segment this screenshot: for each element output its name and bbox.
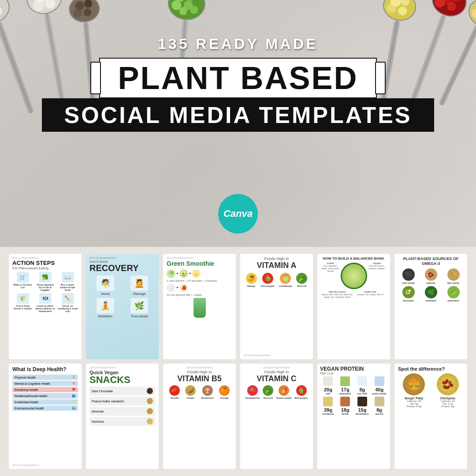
protein-item: 8g soy milk [354,376,371,395]
smoothie-title: Green Smoothie [167,260,232,268]
card-smoothie: @YourInstagramName Green Smoothie 🥬 + 🥑 … [163,254,236,359]
smoothie-ingredient: 🥑 [179,269,188,278]
action-item: 📖 Buy a plant-based recipe book [57,272,78,291]
recovery-item-meditation: 🧘 Meditation [89,298,121,318]
protein-item: 20g tofu [320,376,336,395]
spot-chickpeas-name: Chickpeas [440,397,455,400]
card-vitamin-a: Foods High in VITAMIN A 🥭 Mango 🫑 Red pe… [240,254,313,359]
snack-item: Dark Chocolate [89,387,155,395]
smoothie-formula1: 2 cups spinach + 1/2 avocado + 3 bananas [167,279,232,282]
snack-item: Peanut butter sandwich [89,397,155,405]
vitb5-item: 🍄 Mushroom [201,385,213,399]
omega-title: PLANT-BASED SOURCES OF OMEGA-3 [398,257,464,266]
hero-section: 135 READY MADE PLANT BASED SOCIAL MEDIA … [0,0,476,247]
vitc-item: 🍠 Sweet potato [276,385,292,399]
cards-grid: @YourInstagramName ACTION STEPS For Plan… [0,247,476,476]
action-item: ✏️ Focus on modifying a meal only [57,293,78,312]
vitamin-a-item: 🥦 Broccoli [296,273,307,287]
vitc-title: VITAMIN C [244,374,309,383]
spot-item-burger: 🍔 Burger Patty Calories: 95 Fat: 5g Prot… [398,373,430,408]
deep-health-item: Environmental Health🌍 [12,405,78,411]
action-item: 🍽 Level up plant-based options at restau… [35,293,56,312]
bowl-section-veggies: veggiesbroccoli, spinach, tomatoes, pepp… [368,262,386,270]
smoothie-ingredient: 🍎 [179,283,188,292]
bowl-image [341,263,367,289]
protein-item: 8g quinoa [371,397,387,415]
vitamin-a-item: 🥭 Mango [246,273,257,287]
protein-item: 39g chickpeas [320,397,336,415]
deep-health-item: Existential Health✨ [12,399,78,405]
recovery-label: How to Boost [89,260,155,263]
snacks-title: SNACKS [89,375,155,385]
action-item: 🥦 Shop regularly for Fruits & Veggies [35,272,56,291]
recovery-item-outside: 🌿 Time outside [124,298,156,318]
bowl-section-protein: proteintofu, chickpeas, lentils, hemp se… [322,262,339,272]
vitb5-item: 🍊 Orange [219,385,230,399]
canva-badge: Canva [218,194,258,234]
spot-burger-protein: Protein: 8.5g [406,405,421,408]
vitc-tag: @YourInstagramName [244,366,309,369]
omega-item: ⚫ chia seeds [398,268,419,284]
smoothie-ingredient: 🥛 [167,283,175,292]
action-title: ACTION STEPS [12,260,78,266]
hero-main-title: PLANT BASED [118,62,358,94]
snacks-tag: @YourInstagramName [89,366,155,369]
vitc-item: 🥦 Broccoli [263,385,273,399]
recovery-item-sauna: 🧖 Sauna [89,275,121,295]
card-recovery: @YourInstagramName How to Boost RECOVERY… [86,254,159,359]
deep-health-item: Mental & Cognitive Health🧠 [12,381,78,386]
vitb5-item: 🥔 Potato [185,385,196,399]
bowl-section-fats: healthy fatsavocado, nuts, seeds, olive … [354,290,387,298]
hero-pre-title: 135 READY MADE [158,35,318,52]
vitamin-a-label: Foods High in [244,257,309,261]
card-deep-health: What is Deep Health? Physical Health🏃 Me… [9,364,82,469]
card-vitamin-c: @YourInstagramName Foods High in VITAMIN… [240,364,313,469]
card-omega3: PLANT-BASED SOURCES OF OMEGA-3 ⚫ chia se… [394,254,467,359]
smoothie-ingredient: 🍌 [192,269,201,278]
card-spot-difference: Spot the difference? 🍔 Burger Patty Calo… [394,364,467,469]
protein-item: 18g lentils [337,397,353,415]
smoothie-glass [193,298,206,318]
deep-health-title: What is Deep Health? [12,366,78,372]
protein-item: 40g protein powder [371,376,387,395]
vitc-label: Foods High in [244,370,309,374]
omega-item: 🌿 seaweed [420,286,441,302]
recovery-tag: @YourInstagramName [89,257,155,259]
vitc-item: 🫑 Bell pepper [294,385,308,399]
protein-item: 15g blackbeans [354,397,371,415]
smoothie-formula2: 1/2 cup almond milk + 1 apple [167,294,232,296]
vitb5-item: 🍅 Tomato [169,385,180,399]
snack-item: Almonds [89,407,155,416]
hero-sub-title: SOCIAL MEDIA TEMPLATES [64,104,412,126]
recovery-item-massage: 💆 Massage [124,275,156,295]
card-snacks: @YourInstagramName Quick Vegan SNACKS Da… [86,364,159,469]
spot-item-chickpeas: 🫘 Chickpeas Calories: 32 Fat: 2.7g Prote… [432,373,464,408]
omega-item: 🫛 edamame [443,286,464,302]
card-vegan-protein: VEGAN PROTEIN PER CUP 20g tofu 17g edama… [317,364,390,469]
vitb5-label: Foods High in [167,370,232,374]
deep-health-item: Emotional Health❤️ [12,387,78,392]
smoothie-tag: @YourInstagramName [167,257,232,259]
smoothie-ingredient: 🥬 [167,269,175,278]
deep-health-tag: @YourInstagramName [12,464,78,466]
spot-title: Spot the difference? [398,366,464,372]
spot-chickpeas-protein: Protein: 8g [441,405,454,408]
action-subtitle: For Plant-based Eating [12,266,78,270]
bowl-section-grains: high fiber grainsquinoa, oats, brown ric… [321,290,354,298]
deep-health-item: Physical Health🏃 [12,375,78,380]
vitb5-title: VITAMIN B5 [167,374,232,383]
protein-title: VEGAN PROTEIN [320,366,387,372]
card-action-steps: @YourInstagramName ACTION STEPS For Plan… [9,254,82,359]
deep-health-item: Relational/Social Health👥 [12,393,78,398]
snack-item: Hummus [89,417,155,426]
omega-item: 🥑 avocados [398,286,419,302]
recovery-title: RECOVERY [89,263,155,273]
hero-black-banner: SOCIAL MEDIA TEMPLATES [42,98,434,132]
vitamin-a-tag: @YourInstagramName [244,352,309,357]
protein-item: 17g edamame [337,376,353,395]
action-item: 🛒 Make a Grocery List [12,272,33,291]
vitamin-a-item: 🫑 Red pepper [261,273,275,287]
omega-item: 🌾 flax seeds [443,268,464,284]
card-vitamin-b5: @YourInstagramName Foods High in VITAMIN… [163,364,236,469]
vitamin-a-item: 🍈 Cantaloupe [279,273,292,287]
